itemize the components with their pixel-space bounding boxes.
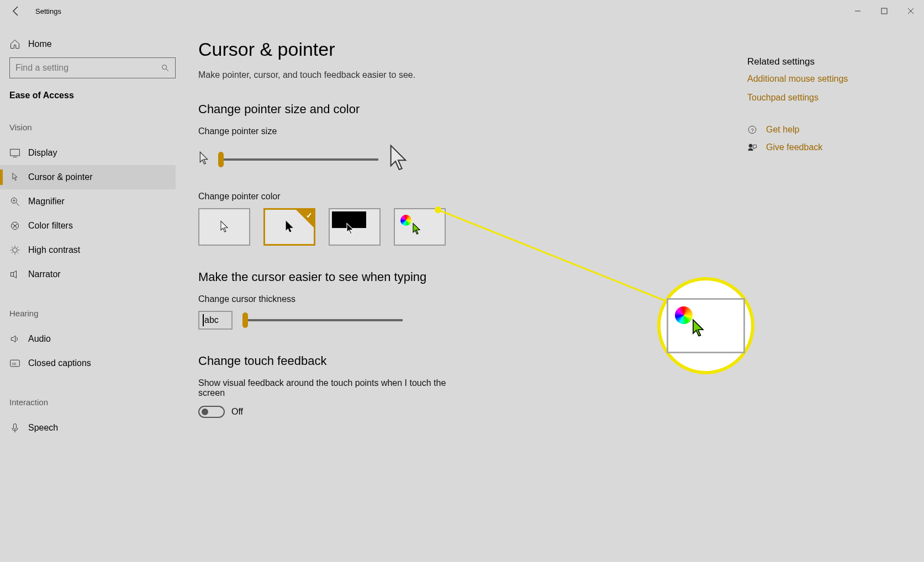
pointer-color-inverted[interactable] (329, 208, 381, 246)
svg-point-17 (16, 227, 17, 228)
color-wheel-icon (400, 215, 411, 226)
pointer-large-preview (387, 143, 409, 176)
cursor-icon (411, 222, 421, 236)
svg-point-18 (13, 248, 17, 252)
link-give-feedback[interactable]: Give feedback (766, 142, 822, 152)
back-button[interactable] (10, 4, 23, 18)
toggle-knob (202, 409, 208, 415)
svg-rect-27 (11, 273, 14, 277)
minimize-button[interactable] (844, 0, 871, 22)
search-icon (161, 63, 170, 72)
svg-line-23 (12, 247, 13, 248)
nav-label: Cursor & pointer (28, 172, 93, 182)
svg-text:?: ? (751, 128, 754, 133)
thickness-preview-text: abc (204, 315, 219, 325)
check-icon: ✓ (306, 211, 313, 220)
sidebar-item-magnifier[interactable]: Magnifier (0, 189, 176, 214)
sidebar-item-cursor-pointer[interactable]: Cursor & pointer (0, 165, 176, 189)
svg-point-4 (162, 65, 167, 70)
cursor-icon (345, 222, 355, 236)
sidebar-category: Ease of Access (9, 91, 176, 100)
cursor-icon (219, 220, 229, 234)
svg-line-24 (17, 252, 18, 253)
narrator-icon (9, 269, 20, 280)
nav-label: Display (28, 148, 57, 158)
svg-rect-30 (14, 424, 17, 430)
slider-thumb[interactable] (242, 312, 248, 328)
svg-point-34 (749, 144, 752, 147)
svg-rect-6 (10, 149, 20, 156)
pointer-color-custom[interactable] (394, 208, 446, 246)
window-title: Settings (35, 7, 61, 15)
cursor-pointer-icon (9, 172, 20, 183)
link-additional-mouse-settings[interactable]: Additional mouse settings (747, 74, 891, 84)
sidebar-home[interactable]: Home (9, 35, 176, 57)
cursor-thickness-label: Change cursor thickness (198, 294, 911, 304)
sidebar-item-speech[interactable]: Speech (0, 416, 176, 440)
related-header: Related settings (747, 56, 891, 67)
section-vision: Vision (9, 123, 176, 132)
pointer-small-preview (198, 151, 209, 168)
search-box[interactable] (9, 57, 176, 78)
maximize-icon (881, 8, 888, 14)
svg-line-5 (166, 69, 168, 71)
svg-point-15 (16, 224, 17, 225)
section-cursor-typing: Make the cursor easier to see when typin… (198, 270, 911, 284)
svg-point-13 (14, 225, 15, 226)
pointer-color-black[interactable]: ✓ (263, 208, 315, 246)
high-contrast-icon (9, 245, 20, 256)
sidebar-item-narrator[interactable]: Narrator (0, 262, 176, 287)
nav-label: Audio (28, 334, 51, 344)
search-input[interactable] (15, 63, 161, 73)
sidebar-item-display[interactable]: Display (0, 141, 176, 165)
slider-thumb[interactable] (218, 152, 224, 167)
svg-point-14 (13, 224, 14, 225)
touch-feedback-description: Show visual feedback around the touch po… (198, 378, 452, 398)
svg-point-16 (13, 227, 14, 228)
closed-captions-icon: cc (9, 358, 20, 369)
color-filters-icon (9, 220, 20, 231)
arrow-left-icon (10, 4, 23, 18)
nav-label: Speech (28, 423, 58, 433)
minimize-icon (854, 8, 861, 14)
svg-rect-1 (881, 8, 887, 14)
maximize-button[interactable] (871, 0, 897, 22)
sidebar-item-color-filters[interactable]: Color filters (0, 214, 176, 238)
cursor-icon (690, 319, 706, 338)
link-touchpad-settings[interactable]: Touchpad settings (747, 93, 891, 103)
home-icon (9, 39, 20, 50)
cursor-icon (284, 220, 294, 234)
nav-label: High contrast (28, 245, 80, 255)
caret-icon (203, 314, 204, 326)
help-icon: ? (747, 125, 757, 135)
touch-feedback-toggle[interactable] (198, 406, 225, 418)
pointer-color-label: Change pointer color (198, 192, 911, 202)
nav-label: Closed captions (28, 358, 91, 368)
pointer-size-slider[interactable] (218, 158, 378, 161)
toggle-state-label: Off (231, 407, 243, 417)
nav-label: Magnifier (28, 197, 65, 206)
sidebar-item-audio[interactable]: Audio (0, 327, 176, 351)
section-hearing: Hearing (9, 309, 176, 318)
sidebar-item-high-contrast[interactable]: High contrast (0, 238, 176, 262)
magnifier-icon (9, 196, 20, 207)
callout-magnifier (657, 277, 754, 374)
home-label: Home (28, 39, 52, 49)
pointer-color-white[interactable] (198, 208, 250, 246)
display-icon (9, 147, 20, 158)
feedback-icon (747, 142, 757, 152)
nav-label: Color filters (28, 221, 73, 231)
audio-icon (9, 333, 20, 344)
sidebar-item-closed-captions[interactable]: cc Closed captions (0, 351, 176, 375)
svg-line-26 (17, 247, 18, 248)
selected-corner: ✓ (296, 210, 314, 227)
cursor-thickness-slider[interactable] (242, 319, 403, 321)
nav-label: Narrator (28, 269, 61, 279)
link-get-help[interactable]: Get help (766, 125, 799, 135)
section-touch-feedback: Change touch feedback (198, 354, 911, 368)
svg-line-9 (17, 203, 19, 206)
close-button[interactable] (897, 0, 924, 22)
close-icon (907, 8, 914, 14)
section-interaction: Interaction (9, 397, 176, 407)
callout-tile (667, 298, 745, 353)
